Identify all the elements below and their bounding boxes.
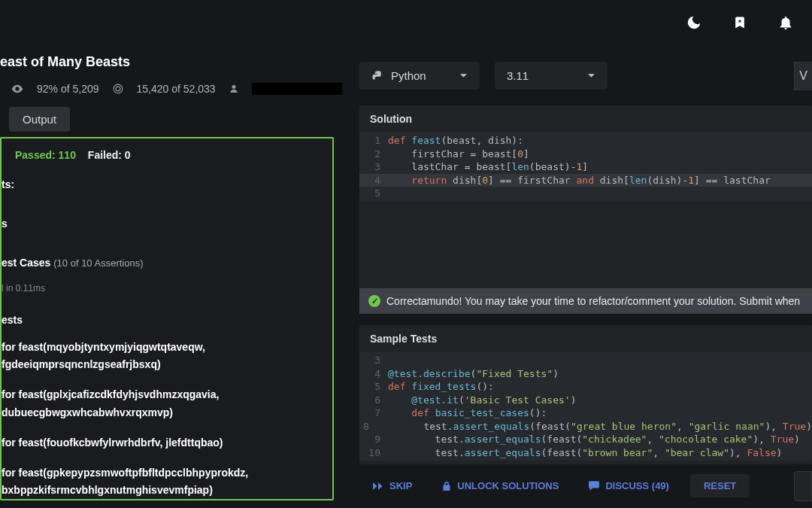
test-case: for feast(fouofkcbwfylrwrhdbrfv, jlefdtt… bbox=[2, 428, 332, 458]
sample-tests-editor[interactable]: Sample Tests 34@test.describe("Fixed Tes… bbox=[359, 325, 812, 464]
solution-editor[interactable]: Solution 1def feast(beast, dish):2 first… bbox=[359, 105, 812, 310]
eye-icon bbox=[11, 84, 23, 93]
python-icon bbox=[371, 70, 383, 82]
target-icon bbox=[113, 84, 123, 94]
kata-title: east of Many Beasts bbox=[0, 54, 130, 70]
kata-stats: 92% of 5,209 15,420 of 52,033 bbox=[11, 83, 342, 95]
right-edge-button[interactable] bbox=[794, 471, 812, 501]
skip-button[interactable]: SKIP bbox=[359, 474, 426, 497]
check-circle-icon: ✓ bbox=[368, 295, 380, 307]
svg-point-1 bbox=[116, 87, 120, 91]
test-case: for feast(mqyobjtyntxymjyiqgwtqtaveqw, f… bbox=[2, 333, 332, 381]
person-icon bbox=[229, 84, 238, 94]
success-banner: ✓ Correctamundo! You may take your time … bbox=[359, 288, 812, 314]
version-selector[interactable]: 3.11 bbox=[495, 62, 607, 90]
discuss-button[interactable]: DISCUSS (49) bbox=[575, 474, 683, 497]
author-name-redacted bbox=[252, 83, 342, 95]
moon-icon[interactable] bbox=[686, 14, 702, 31]
reset-button[interactable]: RESET bbox=[690, 474, 750, 497]
tab-output[interactable]: Output bbox=[9, 107, 70, 132]
unlock-solutions-button[interactable]: UNLOCK SOLUTIONS bbox=[429, 474, 572, 497]
svg-point-2 bbox=[232, 85, 235, 89]
bookmark-star-icon[interactable] bbox=[732, 14, 747, 31]
test-status: Passed: 110 Failed: 0 bbox=[2, 138, 332, 172]
vim-toggle[interactable]: V bbox=[794, 62, 812, 90]
test-case: for feast(gplxjcafizcdkfdyhjsvdhmzxqgavi… bbox=[2, 380, 332, 428]
svg-point-0 bbox=[114, 84, 123, 93]
output-panel: Passed: 110 Failed: 0 ts: s est Cases (1… bbox=[0, 137, 334, 500]
bell-icon[interactable] bbox=[777, 14, 794, 31]
chevron-down-icon bbox=[459, 71, 468, 80]
chevron-down-icon bbox=[587, 71, 595, 80]
test-case: for feast(gpkepypzsmwoftpfbfltdpcclbhpyp… bbox=[2, 458, 332, 500]
fast-forward-icon bbox=[373, 482, 383, 491]
lock-icon bbox=[442, 481, 451, 491]
speech-bubble-icon bbox=[589, 481, 599, 491]
language-selector[interactable]: Python bbox=[359, 62, 480, 90]
